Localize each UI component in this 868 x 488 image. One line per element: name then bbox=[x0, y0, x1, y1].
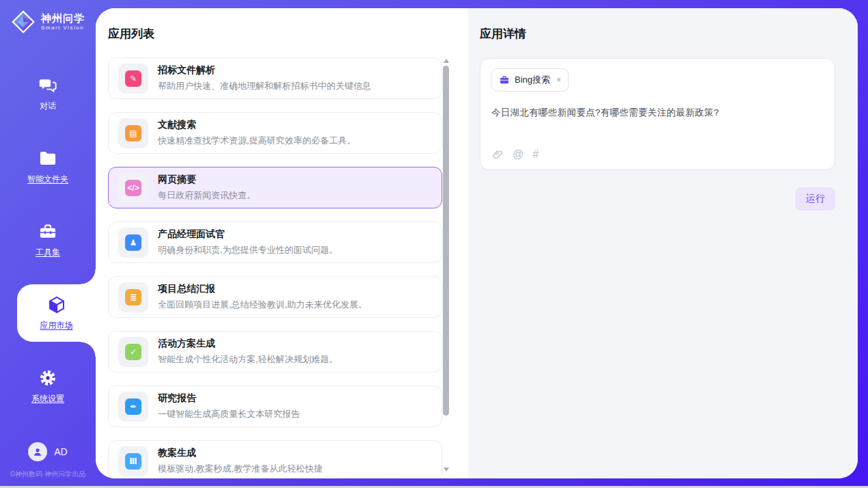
sidebar-item-label: 对话 bbox=[40, 100, 56, 112]
query-input-card[interactable]: Bing搜索 × 今日湖北有哪些新闻要点?有哪些需要关注的最新政策? @ # bbox=[480, 58, 835, 170]
briefcase-icon bbox=[499, 74, 510, 85]
app-card-text: 文献搜索快速精准查找学术资源,提高研究效率的必备工具。 bbox=[158, 119, 356, 147]
scrollbar[interactable] bbox=[443, 57, 450, 473]
folder-icon bbox=[38, 148, 58, 169]
logo-subtitle: Smart Vision bbox=[41, 25, 85, 31]
app-description: 帮助用户快速、准确地理解和解析招标书中的关键信息 bbox=[158, 80, 371, 92]
app-description: 一键智能生成高质量长文本研究报告 bbox=[158, 408, 300, 420]
app-description: 全面回顾项目进展,总结经验教训,助力未来优化发展。 bbox=[158, 299, 367, 311]
avatar bbox=[28, 442, 47, 461]
app-icon: ✓ bbox=[118, 337, 148, 367]
sidebar-item-label: 工具集 bbox=[36, 247, 60, 258]
app-glyph-icon: ▤ bbox=[125, 125, 141, 141]
chat-icon bbox=[38, 75, 58, 96]
paperclip-icon[interactable] bbox=[491, 148, 504, 161]
app-name: 项目总结汇报 bbox=[158, 283, 367, 295]
app-card[interactable]: ✒研究报告一键智能生成高质量长文本研究报告 bbox=[108, 385, 442, 427]
app-name: 产品经理面试官 bbox=[158, 228, 338, 241]
app-card[interactable]: ✎招标文件解析帮助用户快速、准确地理解和解析招标书中的关键信息 bbox=[108, 57, 442, 99]
person-icon bbox=[31, 446, 44, 458]
attachment-toolbar: @ # bbox=[491, 148, 539, 161]
app-card-text: 研究报告一键智能生成高质量长文本研究报告 bbox=[158, 392, 300, 420]
toolbox-icon bbox=[38, 221, 58, 242]
app-glyph-icon: </> bbox=[125, 180, 141, 196]
app-icon: ✎ bbox=[118, 64, 148, 94]
sidebar-item-cube[interactable]: 应用市场 bbox=[17, 284, 96, 342]
app-detail-pane: 应用详情 Bing搜索 × 今日湖北有哪些新闻要点?有哪些需要关注的最新政策? … bbox=[468, 8, 858, 478]
app-list: ✎招标文件解析帮助用户快速、准确地理解和解析招标书中的关键信息▤文献搜索快速精准… bbox=[108, 57, 442, 478]
app-card[interactable]: ✓活动方案生成智能生成个性化活动方案,轻松解决规划难题。 bbox=[108, 331, 442, 372]
content-panel: 应用列表 ✎招标文件解析帮助用户快速、准确地理解和解析招标书中的关键信息▤文献搜… bbox=[96, 8, 858, 478]
tool-chip-label: Bing搜索 bbox=[515, 74, 550, 86]
app-card-text: 项目总结汇报全面回顾项目进展,总结经验教训,助力未来优化发展。 bbox=[158, 283, 367, 311]
app-name: 文献搜索 bbox=[158, 119, 356, 131]
app-icon: ✒ bbox=[118, 392, 148, 422]
app-icon: </> bbox=[118, 173, 148, 203]
sidebar-item-label: 智能文件夹 bbox=[27, 174, 68, 185]
app-card-text: 活动方案生成智能生成个性化活动方案,轻松解决规划难题。 bbox=[158, 338, 338, 366]
app-icon: ♟ bbox=[118, 228, 148, 258]
app-glyph-icon: ✒ bbox=[125, 398, 141, 415]
app-glyph-icon: ✎ bbox=[125, 70, 141, 87]
user-name: AD bbox=[54, 446, 67, 457]
app-card[interactable]: ▤文献搜索快速精准查找学术资源,提高研究效率的必备工具。 bbox=[108, 112, 442, 154]
gear-icon bbox=[38, 368, 58, 388]
query-text[interactable]: 今日湖北有哪些新闻要点?有哪些需要关注的最新政策? bbox=[491, 107, 824, 119]
app-list-pane: 应用列表 ✎招标文件解析帮助用户快速、准确地理解和解析招标书中的关键信息▤文献搜… bbox=[96, 8, 468, 478]
scroll-up-arrow-icon[interactable] bbox=[444, 59, 449, 63]
app-icon: Ⅲ bbox=[118, 446, 148, 476]
sidebar-item-label: 系统设置 bbox=[31, 393, 64, 405]
app-glyph-icon: ✓ bbox=[125, 344, 141, 360]
copyright-footer: ©神州数码·神州问学出品 bbox=[0, 470, 96, 479]
app-icon: ≣ bbox=[118, 282, 148, 312]
run-button[interactable]: 运行 bbox=[796, 187, 835, 211]
chip-close-icon[interactable]: × bbox=[556, 75, 561, 85]
app-name: 活动方案生成 bbox=[158, 338, 338, 350]
app-name: 教案生成 bbox=[158, 447, 323, 459]
hash-icon[interactable]: # bbox=[532, 149, 539, 160]
app-card-text: 招标文件解析帮助用户快速、准确地理解和解析招标书中的关键信息 bbox=[158, 64, 371, 92]
sidebar-item-label: 应用市场 bbox=[40, 320, 73, 331]
app-card-text: 教案生成模板驱动,教案秒成,教学准备从此轻松快捷 bbox=[158, 447, 323, 475]
app-name: 招标文件解析 bbox=[158, 64, 371, 77]
sidebar-item-toolbox[interactable]: 工具集 bbox=[0, 211, 96, 269]
app-icon: ▤ bbox=[118, 118, 148, 148]
app-name: 研究报告 bbox=[158, 392, 300, 405]
run-row: 运行 bbox=[480, 187, 835, 211]
sidebar-nav: 对话智能文件夹工具集应用市场系统设置 bbox=[0, 65, 96, 431]
app-glyph-icon: ≣ bbox=[125, 289, 141, 306]
app-card-text: 网页摘要每日政府新闻资讯快查。 bbox=[158, 174, 256, 202]
app-glyph-icon: Ⅲ bbox=[125, 453, 141, 470]
app-card[interactable]: Ⅲ教案生成模板驱动,教案秒成,教学准备从此轻松快捷 bbox=[108, 440, 442, 478]
mention-icon[interactable]: @ bbox=[513, 149, 524, 160]
scroll-down-arrow-icon[interactable] bbox=[444, 467, 449, 472]
cube-icon bbox=[46, 295, 67, 315]
app-list-title: 应用列表 bbox=[96, 8, 468, 42]
sidebar: 神州问学 Smart Vision 对话智能文件夹工具集应用市场系统设置 AD … bbox=[0, 0, 96, 486]
app-detail-title: 应用详情 bbox=[480, 26, 835, 42]
logo-gem-icon bbox=[11, 10, 36, 34]
app-logo: 神州问学 Smart Vision bbox=[0, 0, 96, 34]
app-description: 每日政府新闻资讯快查。 bbox=[158, 189, 256, 202]
tool-chip-bing-search[interactable]: Bing搜索 × bbox=[491, 68, 569, 92]
app-glyph-icon: ♟ bbox=[125, 234, 141, 251]
app-name: 网页摘要 bbox=[158, 174, 256, 186]
app-description: 智能生成个性化活动方案,轻松解决规划难题。 bbox=[158, 353, 338, 366]
app-description: 快速精准查找学术资源,提高研究效率的必备工具。 bbox=[158, 135, 356, 147]
app-card-text: 产品经理面试官明确身份和职责,为您提供专业性的面试问题。 bbox=[158, 228, 338, 256]
scrollbar-thumb[interactable] bbox=[443, 66, 449, 416]
app-card[interactable]: ≣项目总结汇报全面回顾项目进展,总结经验教训,助力未来优化发展。 bbox=[108, 276, 442, 318]
sidebar-item-folder[interactable]: 智能文件夹 bbox=[0, 138, 96, 195]
app-description: 模板驱动,教案秒成,教学准备从此轻松快捷 bbox=[158, 463, 323, 475]
user-row[interactable]: AD bbox=[0, 442, 96, 461]
app-description: 明确身份和职责,为您提供专业性的面试问题。 bbox=[158, 244, 338, 256]
sidebar-item-chat[interactable]: 对话 bbox=[0, 65, 96, 122]
logo-title: 神州问学 bbox=[41, 13, 85, 25]
app-card[interactable]: ♟产品经理面试官明确身份和职责,为您提供专业性的面试问题。 bbox=[108, 221, 442, 263]
app-card[interactable]: </>网页摘要每日政府新闻资讯快查。 bbox=[108, 167, 442, 208]
sidebar-item-gear[interactable]: 系统设置 bbox=[0, 357, 96, 415]
